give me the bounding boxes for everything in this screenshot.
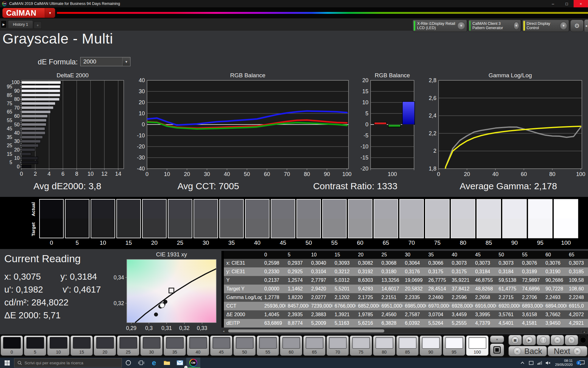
patch-button-75[interactable]: 75 (350, 335, 372, 356)
patch-button-35[interactable]: 35 (164, 335, 186, 356)
pattern-dropdown-icon[interactable]: ▼ (514, 22, 519, 30)
patch-button-65[interactable]: 65 (303, 335, 326, 356)
scrollbar-thumb[interactable] (228, 329, 384, 332)
svg-text:0,32: 0,32 (114, 300, 124, 306)
stop-button[interactable]: ■ (508, 335, 522, 345)
logo-dropdown-icon[interactable]: ▼ (45, 8, 55, 18)
svg-text:30: 30 (14, 139, 20, 144)
display-control-selector[interactable]: Direct Display Control ▼ (522, 20, 569, 32)
clock[interactable]: 08:11 29/05/2020 (555, 359, 573, 367)
table-cell: 0,2330 (262, 269, 285, 274)
table-cell: 3,3995 (473, 312, 496, 317)
patch-button-90[interactable]: 90 (420, 335, 442, 356)
calman-taskbar-button[interactable]: CM (186, 358, 200, 368)
table-cell: 0,3066 (426, 260, 450, 266)
network-icon[interactable] (535, 361, 544, 365)
svg-text:2,8: 2,8 (429, 77, 436, 83)
patch-label: 85 (405, 350, 410, 355)
table-horizontal-scrollbar[interactable]: ◂ ▸ (221, 329, 588, 333)
step-button[interactable]: [··] (537, 335, 550, 345)
panel-expand-icon[interactable]: ▲ (581, 330, 587, 334)
patch-button-25[interactable]: 25 (117, 335, 139, 356)
calman-logo-menu[interactable]: CalMAN ▼ (2, 8, 55, 18)
patch-swatch (96, 337, 114, 349)
column-header-40: 40 (449, 252, 473, 258)
patch-button-30[interactable]: 30 (140, 335, 163, 356)
patch-button-0[interactable]: 0 (1, 335, 23, 356)
table-row: Target Y0,00001,14622,94205,52019,428314… (224, 285, 588, 293)
patch-button-5[interactable]: 5 (24, 335, 46, 356)
clock-date: 29/05/2020 (555, 363, 573, 366)
minimize-button[interactable]: – (546, 0, 560, 7)
patch-button-80[interactable]: 80 (373, 335, 395, 356)
next-button[interactable]: Next » (548, 346, 587, 356)
patch-button-40[interactable]: 40 (187, 335, 209, 356)
swatch-50: 50 (296, 199, 321, 246)
svg-text:6: 6 (61, 171, 64, 177)
table-cell: 61,4775 (496, 286, 520, 292)
window-title: CalMAN 2019 CalMAN Ultimate for Business… (9, 2, 120, 6)
scroll-left-icon[interactable]: ◂ (221, 329, 226, 333)
patch-label: 0 (11, 350, 13, 355)
patch-swatch (306, 337, 323, 349)
table-cell: 2,3935 (285, 312, 309, 317)
volume-muted-icon[interactable] (544, 361, 552, 365)
patch-button-100[interactable]: 100 (466, 335, 488, 356)
gear-icon[interactable]: ⚙ (570, 20, 584, 32)
tab-add-button[interactable]: + (34, 21, 42, 29)
table-cell: 0,2937 (285, 260, 309, 266)
patch-button-70[interactable]: 70 (326, 335, 349, 356)
svg-text:100: 100 (342, 171, 352, 177)
close-button[interactable]: × (574, 0, 588, 7)
back-button[interactable]: « Back (508, 346, 547, 356)
patch-button-15[interactable]: 15 (70, 335, 93, 356)
svg-text:25: 25 (7, 143, 12, 148)
cortana-icon (125, 360, 131, 366)
svg-text:-20: -20 (360, 166, 368, 172)
patch-button-45[interactable]: 45 (210, 335, 232, 356)
maximize-button[interactable]: □ (560, 0, 574, 7)
loop-button[interactable]: ↻ (565, 335, 578, 345)
patch-button-10[interactable]: 10 (47, 335, 70, 356)
patch-size-up-button[interactable]: ▲ (490, 335, 504, 343)
play-button[interactable]: ▶ (522, 335, 536, 345)
table-cell: 28,4514 (426, 286, 450, 292)
patch-button-55[interactable]: 55 (257, 335, 279, 356)
row-label: ΔE 2000 (224, 312, 262, 317)
tab-scroll-arrow[interactable]: ▶ (1, 20, 7, 28)
patch-button-85[interactable]: 85 (396, 335, 419, 356)
action-center-button[interactable]: 2 (576, 360, 588, 365)
mail-button[interactable]: 1 (173, 358, 186, 368)
table-cell: 3,7662 (543, 312, 567, 317)
patch-button-20[interactable]: 20 (94, 335, 116, 356)
start-button[interactable] (0, 358, 14, 368)
tablet-mode-icon[interactable] (527, 361, 535, 365)
collapse-toolbar-icon[interactable]: ◀ (584, 20, 588, 32)
clock-time: 08:11 (564, 359, 573, 362)
meter-dropdown-icon[interactable]: ▼ (457, 22, 465, 30)
tab-history[interactable]: History 1 (8, 20, 33, 29)
pattern-generator-selector[interactable]: CalMAN Client 3 Pattern Generator ▼ (468, 20, 521, 32)
patch-button-60[interactable]: 60 (280, 335, 302, 356)
row-label: x: CIE31 (224, 260, 262, 266)
display-dropdown-icon[interactable]: ▼ (560, 22, 567, 30)
table-row: dEITP63,68698,87745,20095,11635,62166,38… (224, 319, 588, 328)
svg-text:10: 10 (14, 155, 20, 161)
taskbar-search-input[interactable]: Scrivi qui per eseguire la ricerca (14, 358, 122, 367)
continuous-read-button[interactable]: ∞ (551, 335, 564, 345)
swatch-target (168, 219, 192, 238)
task-view-button[interactable] (135, 358, 148, 368)
meter-selector[interactable]: X-Rite i1Display RetailLCD (LED) ▼ (413, 20, 467, 32)
patch-button-95[interactable]: 95 (443, 335, 465, 356)
table-cell: 6970,0000 (426, 303, 450, 309)
svg-text:CIE 1931 xy: CIE 1931 xy (156, 251, 187, 258)
svg-text:75: 75 (7, 101, 12, 106)
file-explorer-button[interactable] (160, 358, 173, 368)
cortana-button[interactable] (122, 358, 135, 368)
de-formula-select[interactable]: 2000 ▼ (80, 57, 130, 66)
swatch-target (374, 219, 398, 238)
edge-button[interactable]: e (148, 358, 160, 368)
patch-window-button[interactable] (490, 343, 504, 356)
patch-button-50[interactable]: 50 (233, 335, 256, 356)
tray-expand-icon[interactable] (518, 362, 527, 364)
